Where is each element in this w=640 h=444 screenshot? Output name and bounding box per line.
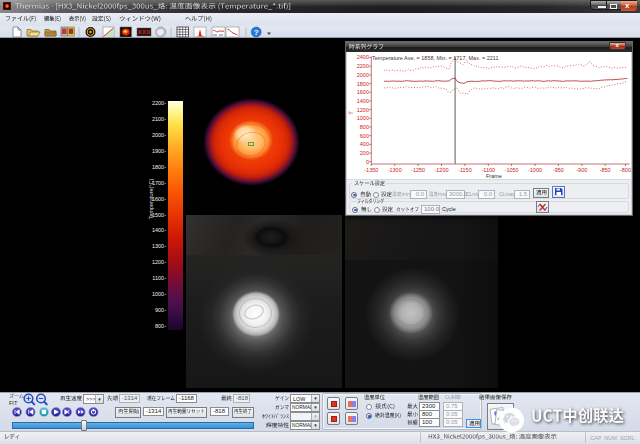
svg-text:?: ? bbox=[254, 28, 259, 37]
